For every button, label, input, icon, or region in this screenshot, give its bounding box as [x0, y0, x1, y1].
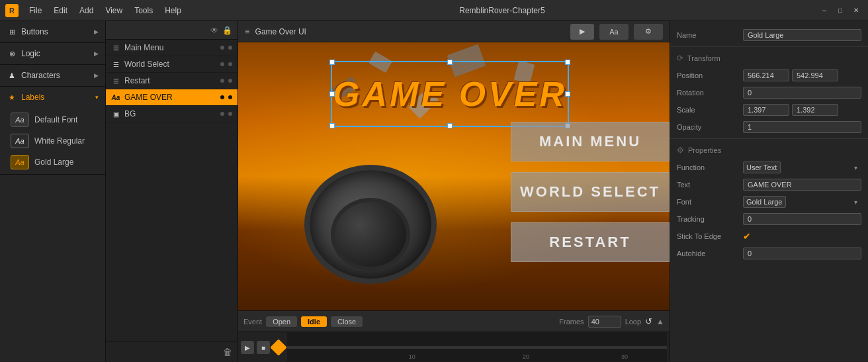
- scene-item-game-over[interactable]: Aa GAME OVER: [106, 89, 238, 106]
- handle-ml[interactable]: [329, 91, 335, 97]
- name-row: Name: [670, 26, 868, 44]
- btn-world-select[interactable]: WORLD SELECT: [511, 172, 670, 212]
- frames-input[interactable]: [588, 316, 621, 328]
- idle-button[interactable]: Idle: [301, 316, 327, 327]
- bg-label: BG: [124, 109, 216, 118]
- position-x-input[interactable]: [743, 69, 789, 81]
- sidebar-labels-header[interactable]: ★ Labels ▾: [0, 87, 105, 108]
- opacity-input[interactable]: [743, 121, 861, 133]
- name-label: Name: [677, 31, 743, 39]
- keyframe-marker[interactable]: [270, 339, 286, 355]
- position-y-input[interactable]: [792, 69, 838, 81]
- sidebar-item-default-font[interactable]: Aa Default Font: [0, 109, 105, 130]
- label-items: Aa Default Font Aa White Regular Aa Gold…: [0, 108, 105, 174]
- eye-icon[interactable]: 👁: [210, 26, 218, 35]
- close-button[interactable]: Close: [331, 316, 363, 327]
- timeline-stop-button[interactable]: ■: [257, 341, 270, 354]
- font-select-wrap: Gold Large: [743, 196, 861, 208]
- handle-bl[interactable]: [329, 123, 335, 128]
- menu-add[interactable]: Add: [74, 5, 99, 17]
- function-select[interactable]: User Text: [743, 161, 781, 173]
- bg-icon: ▣: [111, 109, 120, 118]
- frames-label: Frames: [559, 318, 584, 326]
- sidebar-item-white-regular[interactable]: Aa White Regular: [0, 130, 105, 152]
- minimize-button[interactable]: –: [818, 5, 831, 16]
- function-row: Function User Text: [670, 159, 868, 176]
- canvas-timeline-wrapper: ≡ Game Over UI ▶ Aa ⚙: [238, 21, 670, 362]
- sidebar-characters-label: Characters: [21, 71, 90, 80]
- logic-chevron-icon: ▶: [94, 50, 99, 57]
- play-button[interactable]: ▶: [570, 24, 594, 40]
- autohide-label: Autohide: [677, 249, 743, 257]
- game-over-dot2: [228, 95, 232, 99]
- divider-2: [670, 138, 868, 139]
- gold-large-icon: Aa: [11, 155, 29, 169]
- scene-item-main-menu[interactable]: ☰ Main Menu: [106, 40, 238, 56]
- text-row: Text: [670, 176, 868, 193]
- labels-chevron-icon: ▾: [95, 94, 99, 101]
- menu-view[interactable]: View: [100, 5, 128, 17]
- lock-icon[interactable]: 🔒: [222, 26, 232, 35]
- function-select-wrap: User Text: [743, 161, 861, 173]
- handle-bm[interactable]: [447, 123, 453, 128]
- tracking-input[interactable]: [743, 213, 861, 225]
- collapse-arrow[interactable]: ▲: [656, 317, 664, 326]
- font-select[interactable]: Gold Large: [743, 196, 786, 208]
- menu-edit[interactable]: Edit: [48, 5, 73, 17]
- main-menu-icon: ☰: [111, 43, 120, 52]
- labels-icon: ★: [7, 92, 17, 103]
- scale-y-input[interactable]: [792, 104, 838, 116]
- default-font-label: Default Font: [34, 115, 77, 124]
- main-menu-dot: [220, 46, 224, 50]
- text-input[interactable]: [743, 179, 861, 191]
- scene-item-world-select[interactable]: ☰ World Select: [106, 56, 238, 73]
- btn-restart[interactable]: RESTART: [511, 222, 670, 262]
- sidebar-item-gold-large[interactable]: Aa Gold Large: [0, 152, 105, 173]
- name-input[interactable]: [743, 29, 861, 41]
- handle-mr[interactable]: [565, 91, 570, 97]
- window-title: RemblinRover-Chapter5: [187, 6, 818, 15]
- menu-help[interactable]: Help: [159, 5, 187, 17]
- close-button[interactable]: ✕: [849, 5, 863, 16]
- delete-icon[interactable]: 🗑: [223, 347, 232, 357]
- maximize-button[interactable]: □: [834, 5, 847, 16]
- scale-x-input[interactable]: [743, 104, 789, 116]
- sidebar-buttons-header[interactable]: ⊞ Buttons ▶: [0, 21, 105, 42]
- loop-icon[interactable]: ↺: [645, 316, 652, 326]
- rotation-input[interactable]: [743, 87, 861, 99]
- menu-file[interactable]: File: [24, 5, 47, 17]
- position-row: Position: [670, 67, 868, 84]
- timeline-track: ▶ ■ 10 20 30: [238, 332, 670, 362]
- handle-tr[interactable]: [565, 60, 570, 65]
- autohide-input[interactable]: [743, 248, 861, 259]
- timeline-bar: [287, 346, 667, 349]
- sidebar-section-buttons: ⊞ Buttons ▶: [0, 21, 105, 43]
- stick-to-edge-checkbox[interactable]: ✔: [743, 231, 751, 242]
- right-panel: Name ⟳ Transform Position Rotation Scale…: [670, 21, 868, 362]
- handle-tl[interactable]: [329, 60, 335, 65]
- sidebar-logic-header[interactable]: ⊗ Logic ▶: [0, 43, 105, 64]
- btn-main-menu[interactable]: MAIN MENU: [511, 122, 670, 161]
- sidebar-characters-header[interactable]: ♟ Characters ▶: [0, 65, 105, 86]
- text-label: Text: [677, 181, 743, 189]
- default-font-icon: Aa: [11, 113, 29, 127]
- tick-20: 20: [523, 353, 529, 360]
- timeline-play-button[interactable]: ▶: [241, 341, 254, 354]
- settings-button[interactable]: ⚙: [634, 24, 663, 40]
- restart-dot: [220, 79, 224, 83]
- scene-item-restart[interactable]: ☰ Restart: [106, 73, 238, 89]
- tracking-label: Tracking: [677, 215, 743, 223]
- scene-panel: 👁 🔒 ☰ Main Menu ☰ World Select ☰ Restart: [106, 21, 238, 362]
- font-label: Font: [677, 198, 743, 206]
- tick-10: 10: [409, 353, 415, 360]
- divider-1: [670, 46, 868, 47]
- sidebar-buttons-label: Buttons: [21, 27, 90, 36]
- timeline-header: Event Open Idle Close Frames Loop ↺ ▲: [238, 311, 670, 332]
- aa-button[interactable]: Aa: [599, 24, 629, 40]
- menu-tools[interactable]: Tools: [129, 5, 158, 17]
- handle-tm[interactable]: [447, 60, 453, 65]
- scene-item-bg[interactable]: ▣ BG: [106, 106, 238, 122]
- transform-label: Transform: [687, 54, 720, 62]
- timeline-ruler: 10 20 30: [287, 332, 667, 362]
- open-button[interactable]: Open: [266, 316, 297, 327]
